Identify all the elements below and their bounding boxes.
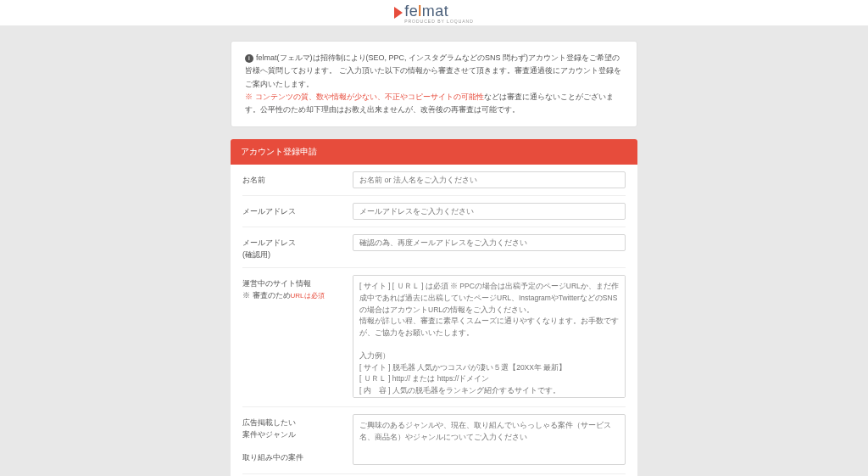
form-card: アカウント登録申請 お名前 メールアドレス メールアドレス(確認 [231, 139, 637, 476]
row-site-info: 運営中のサイト情報 ※ 審査のためURLは必須 [242, 268, 626, 407]
email-label: メールアドレス [242, 203, 353, 218]
name-label: お名前 [242, 171, 353, 187]
form-title: アカウント登録申請 [231, 139, 637, 165]
notice-warning: ※ コンテンツの質、数や情報が少ない、不正やコピーサイトの可能性 [245, 92, 484, 101]
genre-textarea[interactable] [353, 414, 626, 465]
brand-logo: felmat PRODUCED BY LOQUAND [394, 3, 474, 24]
row-email-confirm: メールアドレス(確認用) [242, 227, 626, 268]
row-name: お名前 [242, 165, 626, 196]
email-input[interactable] [353, 203, 626, 220]
logo-play-icon [394, 7, 403, 19]
genre-label: 広告掲載したい 案件やジャンル 取り組み中の案件 [242, 414, 353, 463]
email-confirm-label: メールアドレス(確認用) [242, 234, 353, 260]
email-confirm-input[interactable] [353, 234, 626, 251]
notice-box: ifelmat(フェルマ)は招待制により(SEO, PPC, インスタグラムなど… [231, 41, 637, 127]
info-icon: i [245, 54, 253, 63]
header: felmat PRODUCED BY LOQUAND [0, 0, 868, 25]
site-info-textarea[interactable] [353, 275, 626, 398]
row-email: メールアドレス [242, 196, 626, 227]
notice-line1: felmat(フェルマ)は招待制により(SEO, PPC, インスタグラムなどの… [245, 53, 621, 88]
site-label: 運営中のサイト情報 ※ 審査のためURLは必須 [242, 275, 353, 301]
name-input[interactable] [353, 171, 626, 188]
row-genre: 広告掲載したい 案件やジャンル 取り組み中の案件 [242, 407, 626, 474]
